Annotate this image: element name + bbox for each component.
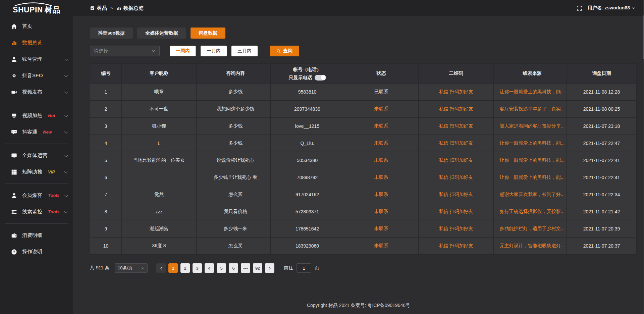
qr-link[interactable]: 私信 扫码加好友	[439, 226, 473, 231]
cell-no: 1	[90, 84, 122, 101]
sidebar-item-operation-guide[interactable]: ?操作说明	[0, 244, 73, 260]
page-size-select[interactable]: 10条/页	[115, 263, 148, 273]
chat-icon	[11, 129, 17, 135]
qr-link[interactable]: 私信 扫码加好友	[439, 192, 473, 197]
sidebar-item-account-manage[interactable]: 账号管理	[0, 51, 73, 67]
qr-link[interactable]: 私信 扫码加好友	[439, 140, 473, 146]
table-row: 6多少钱？让我死心 看70898792未联系私信 扫码加好友让你一眼就爱上的黑科…	[90, 169, 637, 186]
cell-no: 5	[90, 152, 122, 169]
table-row: 4L多少钱Q_Liu.未联系私信 扫码加好友让你一眼就爱上的黑科技，能...20…	[90, 135, 637, 152]
sidebar-item-douyin-seo[interactable]: 抖音SEO	[0, 67, 73, 84]
source-link[interactable]: 被大家追着问的客厅投影分享...	[500, 123, 565, 128]
page-button-6[interactable]: 6	[229, 263, 238, 273]
breadcrumb: 树品 > 数据总览	[90, 5, 144, 11]
tab-0[interactable]: 抖音seo数据	[90, 28, 133, 39]
cell-no: 10	[90, 238, 122, 255]
table-row: 3狐小狸多少钱love__1215未联系私信 扫码加好友被大家追着问的客厅投影分…	[90, 118, 637, 135]
pagination-ellipsis[interactable]: •••	[241, 263, 250, 273]
cell-qr: 私信 扫码加好友	[419, 186, 494, 203]
qr-link[interactable]: 私信 扫码加好友	[439, 123, 473, 128]
qr-link[interactable]: 私信 扫码加好友	[439, 209, 473, 214]
sidebar-item-home[interactable]: 首页	[0, 18, 73, 35]
cell-source: 无主灯设计，智能磁吸轨道灯...	[494, 238, 567, 255]
cell-source: 让你一眼就爱上的黑科技，能...	[494, 84, 567, 101]
qr-link[interactable]: 私信 扫码加好友	[439, 174, 473, 180]
sidebar-item-video-publish[interactable]: 视频发布	[0, 84, 73, 100]
source-link[interactable]: 让你一眼就爱上的黑科技，能...	[500, 174, 565, 180]
source-link[interactable]: 让你一眼就爱上的黑科技，能...	[500, 140, 565, 146]
page-button-1[interactable]: 1	[168, 263, 178, 273]
table-row: 2不可一世我想问这个多少钱2097344839未联系私信 扫码加好友客厅安装投影…	[90, 101, 637, 118]
pagination: 共 911 条10条/页123456•••92前往页	[90, 263, 637, 273]
page-button-3[interactable]: 3	[193, 263, 202, 273]
sidebar-item-label: 线索监控	[22, 209, 42, 215]
sidebar-item-matrix-boost[interactable]: 矩阵助推VIP	[0, 164, 73, 180]
sidebar-item-douketong[interactable]: 抖客通New	[0, 124, 73, 140]
bar-chart-icon	[11, 40, 17, 46]
source-link[interactable]: 感谢大家喜欢我家，被问了好...	[500, 192, 565, 197]
table-header-row: 编号客户昵称咨询内容帐号（电话）只显示电话状态二维码线索来源询盘日期	[90, 64, 637, 84]
sidebar-item-clue-monitor[interactable]: 线索监控Tools	[0, 204, 73, 220]
table-row: 7觉然怎么买917024162未联系私信 扫码加好友感谢大家喜欢我家，被问了好.…	[90, 186, 637, 203]
table-row: 9潮起潮落多少钱一米178651642未联系私信 扫码加好友多功能护栏灯，适用于…	[90, 220, 637, 238]
user-menu[interactable]: 用户名: zswodun88	[588, 5, 635, 11]
scrollbar-track[interactable]	[643, 0, 644, 314]
chevron-down-icon	[64, 73, 68, 77]
fullscreen-icon[interactable]	[577, 5, 582, 11]
tab-1[interactable]: 全媒体运营数据	[137, 28, 186, 39]
qr-link[interactable]: 私信 扫码加好友	[439, 89, 473, 94]
source-link[interactable]: 让你一眼就爱上的黑科技，能...	[500, 157, 565, 163]
col-header-6: 线索来源	[494, 64, 567, 84]
prev-page-button[interactable]	[156, 263, 166, 273]
sidebar-divider	[5, 104, 68, 104]
qr-link[interactable]: 私信 扫码加好友	[439, 243, 473, 248]
source-link[interactable]: 让你一眼就爱上的黑科技，能...	[500, 89, 565, 94]
scrollbar-thumb[interactable]	[643, 15, 644, 59]
next-page-button[interactable]	[265, 263, 274, 273]
page-button-4[interactable]: 4	[205, 263, 214, 273]
sidebar-item-consume-detail[interactable]: 消费明细	[0, 227, 73, 244]
cell-nickname: zzz	[122, 203, 197, 220]
screen-icon	[11, 113, 17, 119]
cell-qr: 私信 扫码加好友	[419, 220, 494, 238]
breadcrumb-root[interactable]: 树品	[97, 5, 107, 11]
range-button-2[interactable]: 三月内	[231, 46, 258, 56]
copyright-text: Copyright 树品 2021 备案号: 粤ICP备09019646号	[307, 303, 410, 308]
breadcrumb-separator: >	[110, 6, 113, 11]
col-header-3: 帐号（电话）只显示电话	[271, 64, 344, 84]
range-button-1[interactable]: 一月内	[201, 46, 227, 56]
source-link[interactable]: 如何正确选择投影仪，买投影...	[500, 209, 565, 214]
range-button-0[interactable]: 一周内	[170, 46, 196, 56]
sidebar-item-member-baoke[interactable]: 会员爆客Tools	[0, 187, 73, 204]
page-size-label: 10条/页	[118, 265, 132, 271]
cell-no: 8	[90, 203, 122, 220]
svg-text:?: ?	[13, 250, 15, 254]
sidebar-item-video-heat[interactable]: 视频加热Hot	[0, 107, 73, 124]
cell-nickname: 不可一世	[122, 101, 197, 118]
goto-page-input[interactable]	[297, 263, 311, 273]
source-link[interactable]: 客厅安装投影半年多了，真实...	[500, 106, 565, 111]
source-link[interactable]: 多功能护栏灯，适用于乡村文...	[500, 226, 565, 231]
phone-only-toggle[interactable]	[315, 75, 326, 81]
chevron-down-icon	[64, 209, 68, 213]
query-button[interactable]: 查询	[270, 46, 299, 56]
page-button-2[interactable]: 2	[180, 263, 190, 273]
filter-select[interactable]: 请选择	[90, 46, 160, 56]
page-button-5[interactable]: 5	[217, 263, 226, 273]
col-header-2: 咨询内容	[197, 64, 271, 84]
sidebar-item-label: 矩阵助推	[22, 169, 42, 175]
sidebar-item-data-overview[interactable]: 数据总览	[0, 35, 73, 51]
tab-2[interactable]: 询盘数据	[191, 28, 225, 39]
sidebar-item-media-operation[interactable]: 全媒体运营	[0, 147, 73, 164]
chevron-down-icon	[64, 129, 68, 133]
status-text: 未联系	[374, 123, 388, 128]
sidebar-divider	[5, 144, 68, 144]
source-link[interactable]: 无主灯设计，智能磁吸轨道灯...	[500, 243, 565, 248]
chevron-down-icon	[64, 57, 68, 60]
page-button-92[interactable]: 92	[253, 263, 262, 273]
cell-date: 2021-11-07 22:34	[567, 186, 637, 203]
cell-content: 多少钱	[197, 84, 271, 101]
qr-link[interactable]: 私信 扫码加好友	[439, 106, 473, 111]
sidebar-item-badge: Hot	[48, 113, 55, 118]
qr-link[interactable]: 私信 扫码加好友	[439, 157, 473, 163]
